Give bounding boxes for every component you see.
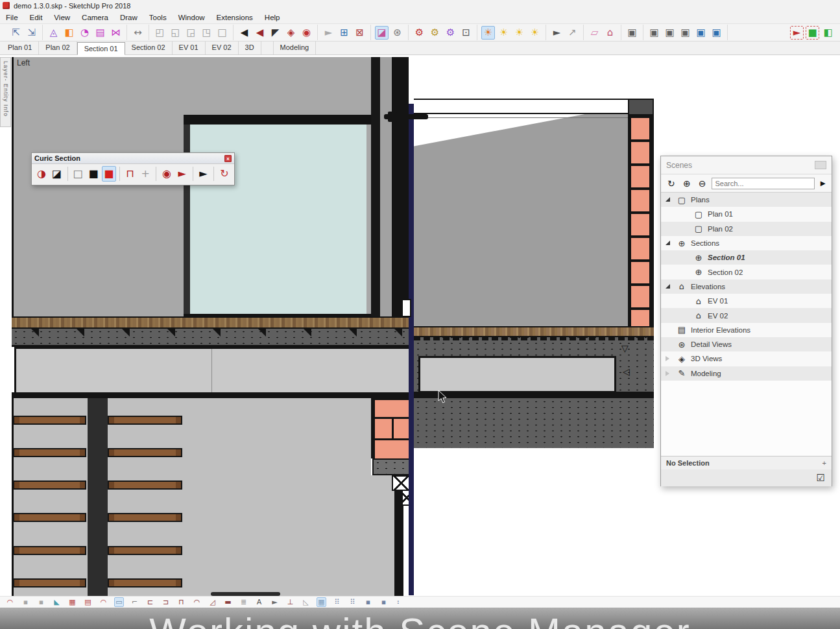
layer-stack-icon[interactable]: ▤ xyxy=(93,26,107,40)
curic-title-bar[interactable]: Curic Section x xyxy=(32,153,234,164)
show-details-arrow-icon[interactable]: ► xyxy=(819,178,827,188)
curic-section-toolbar[interactable]: Curic Section x ◑◪□■■⊓+◉►►↻ xyxy=(31,152,235,185)
dim-small2-icon[interactable]: ▪ xyxy=(379,597,389,607)
material-replace-icon[interactable]: ◧ xyxy=(62,26,76,40)
select-cursor-icon[interactable]: ► xyxy=(550,26,564,40)
gear-purple-icon[interactable]: ⚙ xyxy=(444,26,457,40)
previous-view-icon[interactable]: ◀ xyxy=(237,26,251,40)
scene-tab-plan-01[interactable]: Plan 01 xyxy=(1,42,39,54)
menu-camera[interactable]: Camera xyxy=(76,12,114,23)
gear-yellow-icon[interactable]: ⚙ xyxy=(428,26,442,40)
warehouse-icon[interactable]: ▣ xyxy=(710,26,723,40)
stair-tool-icon[interactable]: ≣ xyxy=(239,597,248,607)
section-fill-corner-icon[interactable]: ◪ xyxy=(50,166,64,182)
menu-help[interactable]: Help xyxy=(259,12,286,23)
roof-slope-icon[interactable]: ◿ xyxy=(208,597,217,607)
refresh-section-icon[interactable]: ↻ xyxy=(217,166,232,182)
section-rotate-icon[interactable]: ⊛ xyxy=(390,26,404,40)
ramp-tool-icon[interactable]: ◺ xyxy=(301,597,311,607)
expanded-expander-icon[interactable] xyxy=(666,197,670,202)
count-a-icon[interactable]: ⠿ xyxy=(332,597,342,607)
open-model-icon[interactable]: ⇱ xyxy=(9,26,23,40)
scene-item-elevations[interactable]: ⌂Elevations xyxy=(661,279,832,294)
search-input[interactable] xyxy=(712,178,815,189)
column-tool-icon[interactable]: ⊥ xyxy=(285,597,295,607)
menu-draw[interactable]: Draw xyxy=(114,12,143,23)
look-around-icon[interactable]: ◈ xyxy=(284,26,298,40)
menu-file[interactable]: File xyxy=(0,12,24,23)
model-info-icon[interactable]: ▣ xyxy=(678,26,692,40)
view-back-icon[interactable]: □ xyxy=(215,26,229,40)
fill-white-icon[interactable]: □ xyxy=(71,166,85,182)
axes-cube-icon[interactable]: ⊞ xyxy=(337,26,351,40)
beam-b-icon[interactable]: ⊐ xyxy=(161,597,171,607)
curic-cut-icon[interactable]: ◧ xyxy=(821,26,835,40)
layout-export-icon[interactable]: ▣ xyxy=(647,26,661,40)
point-a-icon[interactable]: ▪ xyxy=(21,597,30,607)
sun-day-icon[interactable]: ☀ xyxy=(497,26,510,40)
tray-tab-layers[interactable]: Layer- Entity Info xyxy=(0,57,11,127)
close-icon[interactable]: x xyxy=(224,155,232,162)
section-sphere-icon[interactable]: ◑ xyxy=(34,166,49,182)
menu-window[interactable]: Window xyxy=(173,12,211,23)
slope-tool-icon[interactable]: ◣ xyxy=(52,597,62,607)
panel-menu-icon[interactable] xyxy=(815,161,826,169)
refresh-scene-icon[interactable]: ↻ xyxy=(666,178,677,189)
section-cut-line[interactable] xyxy=(409,104,414,595)
view-front-icon[interactable]: ◲ xyxy=(184,26,198,40)
axes-move-icon[interactable]: ⊠ xyxy=(353,26,366,40)
view-top-icon[interactable]: ◱ xyxy=(169,26,182,40)
menu-extensions[interactable]: Extensions xyxy=(211,12,259,23)
scene-item-interior-elevations[interactable]: ▤Interior Elevations xyxy=(661,323,832,337)
gear-red-icon[interactable]: ⚙ xyxy=(413,26,426,40)
eyedropper-icon[interactable]: ↗ xyxy=(566,26,579,40)
sun-time-icon[interactable]: ☀ xyxy=(528,26,542,40)
share-model-icon[interactable]: ▣ xyxy=(694,26,708,40)
expanded-expander-icon[interactable] xyxy=(666,241,670,245)
scene-item-3d-views[interactable]: ◈3D Views xyxy=(661,351,832,366)
style-tray-icon[interactable]: ▱ xyxy=(588,26,601,40)
scene-item-sections[interactable]: ⊕Sections xyxy=(661,236,832,250)
view-iso-icon[interactable]: ◰ xyxy=(153,26,167,40)
scene-item-ev-01[interactable]: ⌂EV 01 xyxy=(661,294,832,308)
dimension-icon[interactable]: ↔ xyxy=(131,26,145,40)
roof-arc-icon[interactable]: ◠ xyxy=(192,597,202,607)
hatch-b-icon[interactable]: ▤ xyxy=(83,597,93,607)
hatch-a-icon[interactable]: ▦ xyxy=(67,597,77,607)
arch-tool-icon[interactable]: ◠ xyxy=(99,597,108,607)
beam-a-icon[interactable]: ⊏ xyxy=(145,597,155,607)
collapsed-expander-icon[interactable] xyxy=(666,371,669,376)
menu-edit[interactable]: Edit xyxy=(24,12,49,23)
scene-tab-ev-02[interactable]: EV 02 xyxy=(206,42,239,54)
report-icon[interactable]: ▣ xyxy=(663,26,677,40)
menu-tools[interactable]: Tools xyxy=(143,12,173,23)
expand-status-icon[interactable]: + xyxy=(822,459,826,467)
view-right-icon[interactable]: ◳ xyxy=(200,26,213,40)
scene-tab-3d[interactable]: 3D xyxy=(239,42,261,54)
count-b-icon[interactable]: ⠿ xyxy=(348,597,357,607)
scene-item-ev-02[interactable]: ⌂EV 02 xyxy=(661,308,832,322)
scene-item-plan-02[interactable]: ▢Plan 02 xyxy=(661,222,832,236)
select-section-cursor-icon[interactable]: ► xyxy=(175,166,189,182)
component-spy-icon[interactable]: ◬ xyxy=(47,26,60,40)
sun-date-icon[interactable]: ☀ xyxy=(512,26,526,40)
collapsed-expander-icon[interactable] xyxy=(666,356,669,361)
grid-tool-icon[interactable]: ▦ xyxy=(317,597,326,607)
home-style-icon[interactable]: ⌂ xyxy=(603,26,617,40)
pick-arrow-icon[interactable]: ► xyxy=(197,166,211,182)
scene-tab-plan-02[interactable]: Plan 02 xyxy=(39,42,77,54)
scene-item-section-02[interactable]: ⊕Section 02 xyxy=(661,265,832,279)
beam-c-icon[interactable]: ⊓ xyxy=(176,597,186,607)
scene-item-modeling[interactable]: ✎Modeling xyxy=(661,366,832,381)
fill-red-icon[interactable]: ■ xyxy=(102,166,116,182)
dim-small-icon[interactable]: ▪ xyxy=(363,597,373,607)
text-tool-icon[interactable]: A xyxy=(254,597,264,607)
curic-select-icon[interactable]: ► xyxy=(790,26,804,40)
section-eye-icon[interactable]: ◉ xyxy=(160,166,174,182)
walk-target-icon[interactable]: ◉ xyxy=(300,26,313,40)
scene-tab-modeling[interactable]: Modeling xyxy=(273,42,317,54)
arc-tool-icon[interactable]: ◠ xyxy=(5,597,15,607)
curic-paint-icon[interactable]: ■ xyxy=(806,26,819,40)
end-group-icon[interactable]: ⠆ xyxy=(394,597,404,607)
point-b-icon[interactable]: ▪ xyxy=(36,597,46,607)
